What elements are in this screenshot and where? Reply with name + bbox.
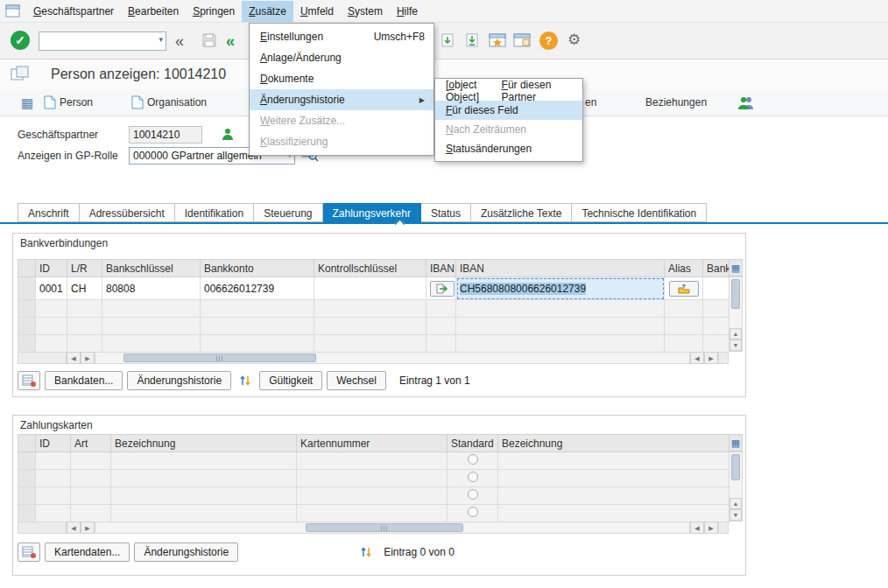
cards-col-art[interactable]: Art bbox=[71, 435, 111, 452]
menu-geschaeftspartner[interactable]: Geschäftspartner bbox=[26, 1, 121, 22]
wechsel-button[interactable]: Wechsel bbox=[327, 371, 386, 390]
aenderungshistorie-button[interactable]: Änderungshistorie bbox=[134, 542, 238, 562]
command-field[interactable]: ▾ bbox=[39, 32, 166, 51]
create-shortcut-icon[interactable] bbox=[489, 32, 506, 47]
kartendaten-button[interactable]: Kartendaten... bbox=[45, 542, 130, 562]
system-menu-icon[interactable] bbox=[5, 4, 21, 18]
cell-bankkonto[interactable]: 006626012739 bbox=[201, 277, 314, 300]
aenderungshistorie-button[interactable]: Änderungshistorie bbox=[127, 371, 231, 390]
sort-arrows-icon[interactable] bbox=[236, 371, 255, 390]
cards-col-kartennummer[interactable]: Kartennummer bbox=[297, 435, 448, 452]
tab-identifikation[interactable]: Identifikation bbox=[175, 203, 254, 222]
cell-iban-selected[interactable]: CH5680808006626012739 bbox=[456, 277, 665, 300]
menu-springen[interactable]: Springen bbox=[186, 1, 242, 22]
scroll-right-icon[interactable]: ▶ bbox=[704, 522, 718, 534]
scroll-down-icon[interactable]: ▼ bbox=[729, 509, 742, 521]
row-selector-cell[interactable] bbox=[18, 277, 36, 300]
table-settings-icon[interactable]: ▦ bbox=[729, 259, 743, 276]
bank-col-iban[interactable]: IBAN bbox=[456, 260, 665, 277]
bank-col-id[interactable]: ID bbox=[36, 260, 67, 277]
scroll-up-icon[interactable]: ▲ bbox=[729, 328, 742, 340]
menu-bearbeiten[interactable]: Bearbeiten bbox=[121, 1, 186, 22]
organisation-button[interactable]: Organisation bbox=[147, 96, 207, 108]
row-action-button[interactable] bbox=[18, 371, 40, 390]
menu-item-einstellungen[interactable]: Einstellungen Umsch+F8 bbox=[250, 26, 433, 47]
scroll-right-icon[interactable]: ▶ bbox=[81, 352, 95, 364]
beziehungen-button[interactable]: Beziehungen bbox=[645, 96, 707, 108]
menu-system[interactable]: System bbox=[341, 1, 390, 22]
tab-zusaetzliche-texte[interactable]: Zusätzliche Texte bbox=[471, 203, 573, 222]
bankdaten-button[interactable]: Bankdaten... bbox=[45, 371, 123, 390]
scroll-left-icon[interactable]: ◀ bbox=[690, 352, 704, 364]
tab-zahlungsverkehr[interactable]: Zahlungsverkehr bbox=[323, 203, 421, 222]
cell-kontrollschluessel[interactable] bbox=[314, 277, 426, 300]
scrollbar-thumb[interactable] bbox=[306, 523, 463, 532]
tab-adressuebersicht[interactable]: Adressübersicht bbox=[80, 203, 175, 222]
cell-bankschluessel[interactable]: 80808 bbox=[102, 277, 201, 300]
submenu-item-fuer-dieses-feld[interactable]: Für dieses Feld bbox=[435, 101, 582, 120]
help-icon[interactable]: ? bbox=[539, 32, 558, 50]
cards-col-bezeichnung[interactable]: Bezeichnung bbox=[111, 435, 297, 452]
customize-icon[interactable]: ⚙ bbox=[567, 31, 581, 49]
menu-hilfe[interactable]: Hilfe bbox=[390, 1, 425, 22]
iban-detail-button[interactable] bbox=[430, 281, 455, 297]
submenu-item-statusaenderungen[interactable]: Statusänderungen bbox=[435, 139, 582, 158]
scroll-right-icon[interactable]: ▶ bbox=[81, 522, 95, 534]
partner-field[interactable]: 10014210 bbox=[129, 126, 202, 144]
combo-dropdown-icon[interactable]: ▾ bbox=[159, 35, 163, 44]
cards-col-standard[interactable]: Standard bbox=[448, 435, 498, 452]
scrollbar-thumb[interactable] bbox=[731, 454, 740, 480]
scrollbar-track[interactable] bbox=[95, 352, 690, 364]
bank-col-bank[interactable]: Bank bbox=[703, 260, 729, 277]
person-button[interactable]: Person bbox=[60, 96, 93, 108]
back-chevrons-icon[interactable]: « bbox=[175, 32, 184, 51]
bank-col-iban-btn[interactable]: IBAN bbox=[426, 260, 456, 277]
menu-item-anlage-aenderung[interactable]: Anlage/Änderung bbox=[250, 47, 433, 68]
cards-vscrollbar[interactable]: ▲ ▼ bbox=[729, 452, 743, 522]
menu-zusaetze[interactable]: Zusätze bbox=[242, 1, 293, 22]
table-view-icon[interactable]: ▦ bbox=[21, 95, 33, 111]
tab-status[interactable]: Status bbox=[421, 203, 471, 222]
table-settings-icon[interactable]: ▦ bbox=[729, 434, 743, 452]
tab-anschrift[interactable]: Anschrift bbox=[18, 203, 80, 222]
tab-technische-identifikation[interactable]: Technische Identifikation bbox=[572, 203, 707, 222]
bank-col-bankkonto[interactable]: Bankkonto bbox=[201, 260, 314, 277]
sort-arrows-icon[interactable] bbox=[356, 542, 376, 562]
enter-icon[interactable]: ✓ bbox=[11, 31, 30, 50]
scroll-left-icon[interactable]: ◀ bbox=[67, 352, 81, 364]
new-session-icon[interactable] bbox=[513, 32, 531, 47]
bank-vscrollbar[interactable]: ▲ ▼ bbox=[729, 276, 743, 352]
save-icon[interactable] bbox=[201, 32, 217, 48]
menu-item-aenderungshistorie[interactable]: Änderungshistorie ▶ bbox=[250, 89, 433, 110]
cell-bank[interactable] bbox=[703, 277, 729, 300]
select-all-cell[interactable] bbox=[18, 260, 36, 277]
page-down-icon[interactable] bbox=[440, 32, 455, 48]
cards-col-bezeichnung2[interactable]: Bezeichnung bbox=[498, 435, 729, 452]
bank-col-bankschluessel[interactable]: Bankschlüssel bbox=[102, 260, 201, 277]
tab-steuerung[interactable]: Steuerung bbox=[254, 203, 322, 222]
scroll-up-icon[interactable]: ▲ bbox=[729, 498, 742, 509]
scroll-left-icon[interactable]: ◀ bbox=[67, 522, 81, 534]
alias-button[interactable] bbox=[669, 281, 699, 297]
scrollbar-thumb[interactable] bbox=[731, 279, 740, 309]
partner-group-icon[interactable] bbox=[737, 95, 755, 110]
screens-icon[interactable] bbox=[11, 66, 30, 81]
back-icon[interactable]: « bbox=[226, 32, 235, 51]
scroll-left-icon[interactable]: ◀ bbox=[690, 522, 704, 534]
menu-umfeld[interactable]: Umfeld bbox=[293, 1, 341, 22]
menu-item-dokumente[interactable]: Dokumente bbox=[250, 68, 433, 89]
gueltigkeit-button[interactable]: Gültigkeit bbox=[259, 371, 322, 390]
cards-col-id[interactable]: ID bbox=[36, 435, 71, 452]
row-action-button[interactable] bbox=[18, 542, 40, 562]
bank-col-kontrollschluessel[interactable]: Kontrollschlüssel bbox=[314, 260, 426, 277]
cell-id[interactable]: 0001 bbox=[36, 277, 67, 300]
last-page-icon[interactable] bbox=[464, 32, 480, 48]
scroll-right-icon[interactable]: ▶ bbox=[704, 352, 718, 364]
scrollbar-track[interactable] bbox=[95, 522, 690, 534]
scrollbar-thumb[interactable] bbox=[123, 354, 316, 362]
select-all-cell[interactable] bbox=[18, 435, 36, 452]
scroll-down-icon[interactable]: ▼ bbox=[729, 340, 742, 351]
cell-lr[interactable]: CH bbox=[67, 277, 102, 300]
submenu-item-fuer-diesen-partner[interactable]: [object Object] Für diesen Partner bbox=[435, 81, 582, 101]
bank-col-alias[interactable]: Alias bbox=[665, 260, 703, 277]
